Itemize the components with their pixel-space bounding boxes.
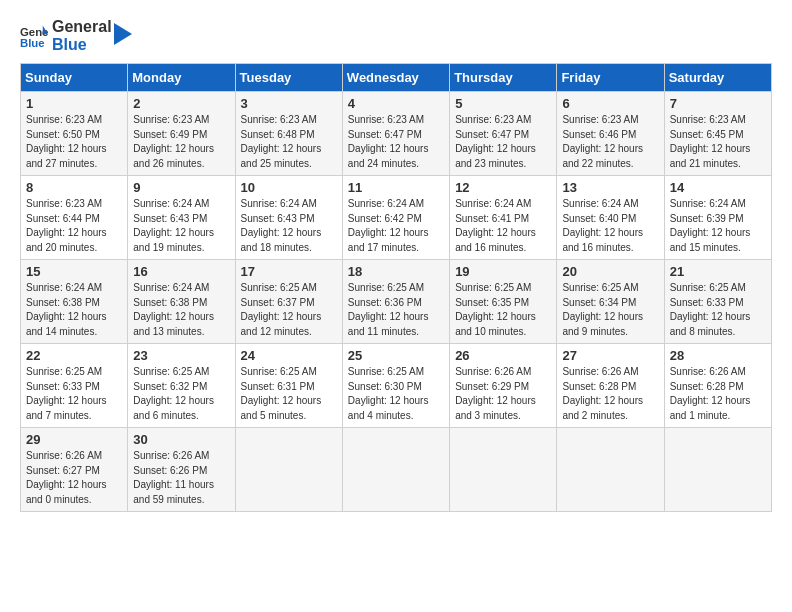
- day-info: Sunrise: 6:26 AMSunset: 6:28 PMDaylight:…: [670, 365, 766, 423]
- calendar-cell: 12Sunrise: 6:24 AMSunset: 6:41 PMDayligh…: [450, 176, 557, 260]
- calendar-cell: 16Sunrise: 6:24 AMSunset: 6:38 PMDayligh…: [128, 260, 235, 344]
- calendar-cell: 30Sunrise: 6:26 AMSunset: 6:26 PMDayligh…: [128, 428, 235, 512]
- weekday-monday: Monday: [128, 64, 235, 92]
- weekday-friday: Friday: [557, 64, 664, 92]
- day-number: 29: [26, 432, 122, 447]
- day-number: 28: [670, 348, 766, 363]
- calendar-cell: 7Sunrise: 6:23 AMSunset: 6:45 PMDaylight…: [664, 92, 771, 176]
- day-number: 12: [455, 180, 551, 195]
- svg-marker-3: [114, 23, 132, 45]
- day-number: 10: [241, 180, 337, 195]
- day-info: Sunrise: 6:24 AMSunset: 6:38 PMDaylight:…: [26, 281, 122, 339]
- day-info: Sunrise: 6:25 AMSunset: 6:33 PMDaylight:…: [670, 281, 766, 339]
- day-number: 26: [455, 348, 551, 363]
- calendar-cell: 15Sunrise: 6:24 AMSunset: 6:38 PMDayligh…: [21, 260, 128, 344]
- day-number: 4: [348, 96, 444, 111]
- day-info: Sunrise: 6:26 AMSunset: 6:26 PMDaylight:…: [133, 449, 229, 507]
- day-info: Sunrise: 6:25 AMSunset: 6:37 PMDaylight:…: [241, 281, 337, 339]
- calendar-cell: [450, 428, 557, 512]
- calendar-cell: 28Sunrise: 6:26 AMSunset: 6:28 PMDayligh…: [664, 344, 771, 428]
- day-number: 15: [26, 264, 122, 279]
- calendar-table: SundayMondayTuesdayWednesdayThursdayFrid…: [20, 63, 772, 512]
- day-number: 21: [670, 264, 766, 279]
- weekday-tuesday: Tuesday: [235, 64, 342, 92]
- weekday-thursday: Thursday: [450, 64, 557, 92]
- week-row-3: 15Sunrise: 6:24 AMSunset: 6:38 PMDayligh…: [21, 260, 772, 344]
- day-number: 20: [562, 264, 658, 279]
- day-info: Sunrise: 6:23 AMSunset: 6:46 PMDaylight:…: [562, 113, 658, 171]
- calendar-cell: 19Sunrise: 6:25 AMSunset: 6:35 PMDayligh…: [450, 260, 557, 344]
- day-info: Sunrise: 6:23 AMSunset: 6:50 PMDaylight:…: [26, 113, 122, 171]
- day-info: Sunrise: 6:23 AMSunset: 6:47 PMDaylight:…: [455, 113, 551, 171]
- day-number: 23: [133, 348, 229, 363]
- calendar-cell: 21Sunrise: 6:25 AMSunset: 6:33 PMDayligh…: [664, 260, 771, 344]
- day-info: Sunrise: 6:26 AMSunset: 6:28 PMDaylight:…: [562, 365, 658, 423]
- day-info: Sunrise: 6:24 AMSunset: 6:38 PMDaylight:…: [133, 281, 229, 339]
- calendar-cell: 23Sunrise: 6:25 AMSunset: 6:32 PMDayligh…: [128, 344, 235, 428]
- day-number: 24: [241, 348, 337, 363]
- page: General Blue General Blue SundayMondayTu…: [0, 0, 792, 612]
- logo-arrow-icon: [114, 23, 132, 45]
- calendar-cell: 8Sunrise: 6:23 AMSunset: 6:44 PMDaylight…: [21, 176, 128, 260]
- calendar-cell: 6Sunrise: 6:23 AMSunset: 6:46 PMDaylight…: [557, 92, 664, 176]
- day-info: Sunrise: 6:24 AMSunset: 6:43 PMDaylight:…: [133, 197, 229, 255]
- day-number: 22: [26, 348, 122, 363]
- day-number: 14: [670, 180, 766, 195]
- calendar-cell: 20Sunrise: 6:25 AMSunset: 6:34 PMDayligh…: [557, 260, 664, 344]
- header: General Blue General Blue: [20, 18, 772, 53]
- calendar-cell: 18Sunrise: 6:25 AMSunset: 6:36 PMDayligh…: [342, 260, 449, 344]
- day-number: 11: [348, 180, 444, 195]
- day-info: Sunrise: 6:24 AMSunset: 6:43 PMDaylight:…: [241, 197, 337, 255]
- calendar-cell: 22Sunrise: 6:25 AMSunset: 6:33 PMDayligh…: [21, 344, 128, 428]
- day-info: Sunrise: 6:24 AMSunset: 6:40 PMDaylight:…: [562, 197, 658, 255]
- day-number: 3: [241, 96, 337, 111]
- day-number: 7: [670, 96, 766, 111]
- logo-blue: Blue: [52, 36, 112, 54]
- calendar-cell: 4Sunrise: 6:23 AMSunset: 6:47 PMDaylight…: [342, 92, 449, 176]
- calendar-cell: 24Sunrise: 6:25 AMSunset: 6:31 PMDayligh…: [235, 344, 342, 428]
- day-info: Sunrise: 6:26 AMSunset: 6:27 PMDaylight:…: [26, 449, 122, 507]
- week-row-1: 1Sunrise: 6:23 AMSunset: 6:50 PMDaylight…: [21, 92, 772, 176]
- calendar-cell: [235, 428, 342, 512]
- logo: General Blue General Blue: [20, 18, 132, 53]
- day-number: 16: [133, 264, 229, 279]
- day-info: Sunrise: 6:25 AMSunset: 6:34 PMDaylight:…: [562, 281, 658, 339]
- day-number: 5: [455, 96, 551, 111]
- day-number: 17: [241, 264, 337, 279]
- day-number: 2: [133, 96, 229, 111]
- day-number: 13: [562, 180, 658, 195]
- day-number: 1: [26, 96, 122, 111]
- day-info: Sunrise: 6:23 AMSunset: 6:44 PMDaylight:…: [26, 197, 122, 255]
- calendar-cell: 3Sunrise: 6:23 AMSunset: 6:48 PMDaylight…: [235, 92, 342, 176]
- day-info: Sunrise: 6:26 AMSunset: 6:29 PMDaylight:…: [455, 365, 551, 423]
- day-number: 9: [133, 180, 229, 195]
- weekday-header-row: SundayMondayTuesdayWednesdayThursdayFrid…: [21, 64, 772, 92]
- week-row-4: 22Sunrise: 6:25 AMSunset: 6:33 PMDayligh…: [21, 344, 772, 428]
- day-info: Sunrise: 6:23 AMSunset: 6:49 PMDaylight:…: [133, 113, 229, 171]
- calendar-cell: [342, 428, 449, 512]
- day-info: Sunrise: 6:25 AMSunset: 6:31 PMDaylight:…: [241, 365, 337, 423]
- day-info: Sunrise: 6:25 AMSunset: 6:33 PMDaylight:…: [26, 365, 122, 423]
- calendar-cell: 25Sunrise: 6:25 AMSunset: 6:30 PMDayligh…: [342, 344, 449, 428]
- calendar-cell: 9Sunrise: 6:24 AMSunset: 6:43 PMDaylight…: [128, 176, 235, 260]
- day-number: 30: [133, 432, 229, 447]
- calendar-cell: 13Sunrise: 6:24 AMSunset: 6:40 PMDayligh…: [557, 176, 664, 260]
- day-info: Sunrise: 6:23 AMSunset: 6:45 PMDaylight:…: [670, 113, 766, 171]
- calendar-cell: 5Sunrise: 6:23 AMSunset: 6:47 PMDaylight…: [450, 92, 557, 176]
- calendar-cell: 29Sunrise: 6:26 AMSunset: 6:27 PMDayligh…: [21, 428, 128, 512]
- day-number: 25: [348, 348, 444, 363]
- day-info: Sunrise: 6:25 AMSunset: 6:30 PMDaylight:…: [348, 365, 444, 423]
- week-row-5: 29Sunrise: 6:26 AMSunset: 6:27 PMDayligh…: [21, 428, 772, 512]
- calendar-cell: 14Sunrise: 6:24 AMSunset: 6:39 PMDayligh…: [664, 176, 771, 260]
- calendar-cell: 1Sunrise: 6:23 AMSunset: 6:50 PMDaylight…: [21, 92, 128, 176]
- day-info: Sunrise: 6:25 AMSunset: 6:36 PMDaylight:…: [348, 281, 444, 339]
- calendar-cell: 27Sunrise: 6:26 AMSunset: 6:28 PMDayligh…: [557, 344, 664, 428]
- logo-icon: General Blue: [20, 22, 48, 50]
- weekday-sunday: Sunday: [21, 64, 128, 92]
- day-number: 19: [455, 264, 551, 279]
- week-row-2: 8Sunrise: 6:23 AMSunset: 6:44 PMDaylight…: [21, 176, 772, 260]
- day-info: Sunrise: 6:25 AMSunset: 6:32 PMDaylight:…: [133, 365, 229, 423]
- day-info: Sunrise: 6:25 AMSunset: 6:35 PMDaylight:…: [455, 281, 551, 339]
- calendar-cell: 17Sunrise: 6:25 AMSunset: 6:37 PMDayligh…: [235, 260, 342, 344]
- day-info: Sunrise: 6:23 AMSunset: 6:47 PMDaylight:…: [348, 113, 444, 171]
